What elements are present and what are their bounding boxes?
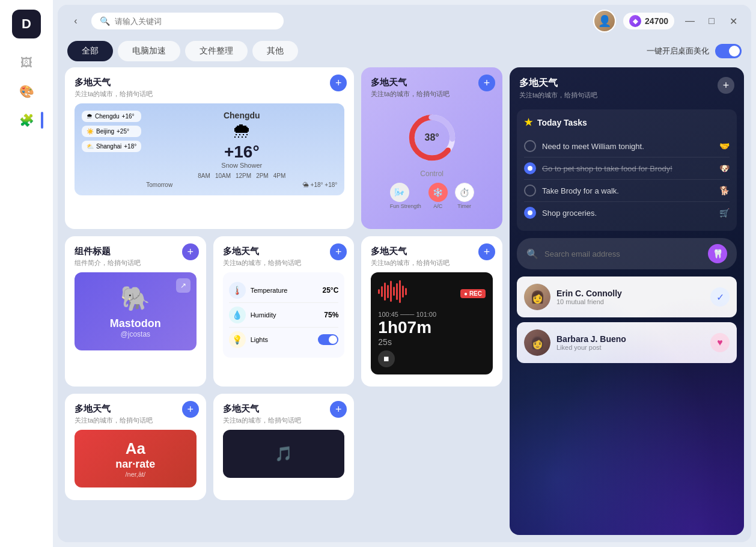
erin-avatar: 👩 bbox=[524, 284, 550, 310]
maximize-button[interactable]: □ bbox=[703, 13, 720, 29]
widget-add-btn-narrate[interactable]: + bbox=[182, 401, 199, 418]
widget-smarthome: + 多地天气 关注ta的城市，给捎句话吧 🌡️ Temperature 25°C… bbox=[213, 236, 355, 387]
app-logo: D bbox=[12, 10, 41, 38]
erin-name: Erin C. Connolly bbox=[556, 289, 704, 298]
city-chip-beijing: ☀️ Beijing +25° bbox=[82, 126, 141, 137]
beautify-toggle-row: 一键开启桌面美化 bbox=[647, 44, 742, 58]
control-icons: 🌬️ Fun Strength ❄️ A/C ⏱️ Timer bbox=[390, 183, 474, 209]
widget-audio-title: 多地天气 bbox=[371, 246, 493, 257]
thermometer-icon: 🌡️ bbox=[229, 282, 246, 299]
weather-tomorrow: Tomorrow 🌦 +18° +18° bbox=[146, 182, 337, 188]
filter-tab-files[interactable]: 文件整理 bbox=[185, 41, 248, 61]
widget-audio-sub: 关注ta的城市，给捎句话吧 bbox=[371, 258, 493, 267]
coin-icon: ◆ bbox=[629, 15, 641, 27]
widget-add-btn-audio[interactable]: + bbox=[478, 243, 495, 260]
task-text-1: Need to meet William tonight. bbox=[542, 142, 713, 151]
back-button[interactable]: ‹ bbox=[67, 13, 84, 29]
weather-city-name: Chengdu bbox=[146, 111, 337, 120]
barbara-action-button[interactable]: ♥ bbox=[710, 333, 730, 352]
email-search-box[interactable]: 🔍 🦷 bbox=[517, 238, 737, 269]
ac-icon[interactable]: ❄️ bbox=[428, 183, 448, 202]
smarthome-card: 🌡️ Temperature 25°C 💧 Humidity 75% 💡 Lig… bbox=[223, 272, 345, 358]
widget-narrate-title: 多地天气 bbox=[75, 403, 197, 415]
user-avatar: 👤 bbox=[593, 10, 616, 32]
task-emoji-1: 🤝 bbox=[719, 141, 730, 151]
widget-smarthome-sub: 关注ta的城市，给捎句话吧 bbox=[223, 258, 345, 267]
humidity-icon: 💧 bbox=[229, 307, 246, 323]
widgets-grid: + 多地天气 关注ta的城市，给捎句话吧 🌨 Chengdu +16° ☀️ B… bbox=[65, 67, 502, 500]
widget-add-btn-weather[interactable]: + bbox=[330, 75, 347, 91]
widget-weather-large: + 多地天气 关注ta的城市，给捎句话吧 🌨 Chengdu +16° ☀️ B… bbox=[65, 67, 354, 229]
mastodon-handle: @jcostas bbox=[121, 330, 151, 338]
widget-circle-control: + 多地天气 关注ta的城市，给捎句话吧 38° Control bbox=[361, 67, 502, 229]
email-search-icon: 🔍 bbox=[526, 248, 538, 260]
titlebar-right: 👤 ◆ 24700 — □ ✕ bbox=[593, 10, 742, 32]
weather-display: 🌨 Chengdu +16° ☀️ Beijing +25° ⛅ Shangha… bbox=[75, 103, 344, 195]
lights-toggle[interactable] bbox=[318, 334, 338, 345]
filter-tab-all[interactable]: 全部 bbox=[67, 41, 113, 61]
tasks-title: Today Tasks bbox=[537, 118, 587, 127]
email-search-button[interactable]: 🦷 bbox=[708, 244, 727, 263]
narrate-card: Aa nar·rate /ner,āt/ bbox=[75, 430, 197, 487]
task-item-2: Go to pet shop to take food for Brody! 🐶 bbox=[524, 157, 730, 180]
task-checkbox-3[interactable] bbox=[524, 185, 536, 197]
sidebar-item-puzzle[interactable]: 🧩 bbox=[14, 108, 38, 132]
weather-main: Chengdu 🌨 +16° Snow Shower 8AM 10AM 12PM… bbox=[146, 111, 337, 188]
social-cards: 👩 Erin C. Connolly 10 mutual friend ✓ 👩 … bbox=[517, 277, 737, 363]
timer-icon[interactable]: ⏱️ bbox=[455, 183, 474, 202]
widget-narrate-sub: 关注ta的城市，给捎句话吧 bbox=[75, 416, 197, 425]
widget-add-btn-mastodon[interactable]: + bbox=[182, 243, 199, 260]
rp-add-button[interactable]: + bbox=[718, 77, 734, 94]
task-checkbox-4[interactable] bbox=[524, 207, 536, 219]
task-checkbox-2[interactable] bbox=[524, 162, 536, 174]
rp-sub: 关注ta的城市，给捎句话吧 bbox=[519, 91, 597, 100]
mastodon-logo-icon: 🐘 bbox=[120, 284, 150, 313]
narrate-phonetic: /ner,āt/ bbox=[126, 471, 146, 478]
email-search-section: 🔍 🦷 bbox=[517, 238, 737, 269]
fan-strength-icon[interactable]: 🌬️ bbox=[390, 183, 409, 202]
music-note-icon: 🎵 bbox=[275, 445, 293, 462]
rec-badge: ● REC bbox=[460, 289, 486, 298]
task-text-3: Take Brody for a walk. bbox=[542, 186, 713, 195]
beautify-toggle[interactable] bbox=[715, 44, 742, 58]
task-text-4: Shop groceries. bbox=[542, 209, 713, 218]
erin-action-button[interactable]: ✓ bbox=[710, 287, 730, 307]
filter-tab-pc[interactable]: 电脑加速 bbox=[118, 41, 180, 61]
titlebar: ‹ 🔍 👤 ◆ 24700 — □ ✕ bbox=[58, 5, 751, 37]
smarthome-row-lights: 💡 Lights bbox=[229, 328, 339, 352]
widget-smarthome-title: 多地天气 bbox=[223, 246, 345, 257]
search-input[interactable] bbox=[115, 17, 275, 26]
smarthome-row-humidity: 💧 Humidity 75% bbox=[229, 303, 339, 328]
sidebar: D 🖼 🎨 🧩 bbox=[0, 0, 53, 547]
mastodon-link-icon[interactable]: ↗ bbox=[176, 278, 191, 293]
city-chip-chengdu: 🌨 Chengdu +16° bbox=[82, 111, 141, 122]
widget-add-btn-music[interactable]: + bbox=[330, 401, 347, 418]
mastodon-app-name: Mastodon bbox=[110, 317, 161, 330]
sidebar-item-image[interactable]: 🖼 bbox=[14, 50, 38, 75]
erin-info: Erin C. Connolly 10 mutual friend bbox=[556, 289, 704, 305]
mastodon-card: ↗ 🐘 Mastodon @jcostas bbox=[75, 272, 197, 350]
minimize-button[interactable]: — bbox=[681, 13, 698, 29]
donut-label: 38° bbox=[425, 132, 439, 143]
task-checkbox-1[interactable] bbox=[524, 140, 536, 152]
coin-count: 24700 bbox=[645, 16, 668, 26]
close-button[interactable]: ✕ bbox=[725, 13, 742, 29]
lights-icon: 💡 bbox=[229, 331, 246, 348]
audio-stop-btn[interactable]: ⏹ bbox=[378, 350, 395, 367]
filter-tab-other[interactable]: 其他 bbox=[252, 41, 298, 61]
weather-temp: +16° bbox=[146, 142, 337, 162]
widget-music-sub: 关注ta的城市，给捎句话吧 bbox=[223, 416, 345, 425]
email-search-input[interactable] bbox=[544, 249, 702, 258]
widget-music: + 多地天气 关注ta的城市，给捎句话吧 🎵 bbox=[213, 394, 355, 500]
search-box[interactable]: 🔍 bbox=[91, 13, 284, 29]
audio-time: 100:45 ─── 101:00 bbox=[378, 311, 486, 318]
sidebar-item-palette[interactable]: 🎨 bbox=[14, 79, 38, 103]
task-emoji-4: 🛒 bbox=[719, 208, 730, 218]
right-panel: 多地天气 关注ta的城市，给捎句话吧 + ★ Today Tasks Need … bbox=[510, 67, 744, 535]
widget-weather-sub: 关注ta的城市，给捎句话吧 bbox=[75, 90, 344, 99]
beautify-label: 一键开启桌面美化 bbox=[647, 46, 709, 57]
barbara-avatar: 👩 bbox=[524, 329, 550, 356]
cloud-sun-icon: ⛅ bbox=[87, 143, 94, 150]
widget-add-btn-circle[interactable]: + bbox=[478, 75, 495, 91]
widget-add-btn-smarthome[interactable]: + bbox=[330, 243, 347, 260]
